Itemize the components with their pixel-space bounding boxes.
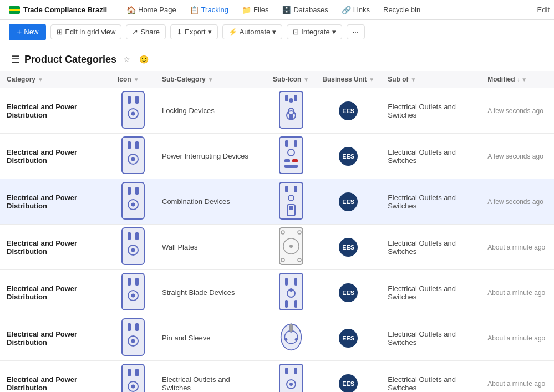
col-modified-label: Modified (487, 75, 515, 83)
edit-button[interactable]: Edit (537, 6, 550, 14)
col-subcategory[interactable]: Sub-Category ▼ (155, 71, 266, 88)
automate-label: Automate (240, 28, 271, 36)
svg-point-42 (289, 245, 293, 248)
subcategory-sort-icon: ▼ (208, 77, 214, 83)
subcategory-value: Combination Devices (162, 197, 230, 206)
modified-cell: About a minute ago (481, 270, 554, 315)
svg-rect-37 (135, 232, 139, 240)
svg-point-39 (131, 248, 135, 252)
sub-of-value: Electrical Outlets and Switches (388, 148, 456, 165)
sub-of-value: Electrical Outlets and Switches (388, 375, 456, 392)
new-button[interactable]: + New (9, 24, 46, 40)
svg-rect-22 (292, 159, 298, 162)
nav-home[interactable]: 🏠 Home Page (121, 3, 182, 17)
modified-sort-icon: ↓ ▼ (517, 77, 527, 83)
table-row[interactable]: Electrical and Power Distribution Combin… (0, 179, 554, 225)
category-sort-icon: ▼ (38, 77, 43, 83)
svg-rect-14 (135, 141, 139, 149)
col-sub-of[interactable]: Sub of ▼ (381, 71, 481, 88)
col-modified[interactable]: Modified ↓ ▼ (481, 71, 554, 88)
export-button[interactable]: ⬇ Export ▾ (170, 24, 218, 39)
table-row[interactable]: Electrical and Power Distribution Power … (0, 134, 554, 179)
col-icon-label: Icon (118, 75, 131, 83)
icon-sort-icon: ▼ (134, 77, 139, 83)
edit-grid-button[interactable]: ⊞ Edit in grid view (50, 24, 121, 39)
svg-rect-36 (128, 232, 131, 240)
sub-of-sort-icon: ▼ (410, 77, 416, 83)
ees-badge: EES (339, 283, 358, 302)
svg-rect-71 (128, 369, 131, 376)
svg-rect-56 (285, 300, 288, 308)
svg-point-28 (131, 203, 135, 207)
modified-value: About a minute ago (487, 380, 545, 388)
automate-button[interactable]: ⚡ Automate ▾ (222, 24, 283, 39)
emoji-button[interactable]: 🙂 (137, 54, 151, 65)
svg-rect-69 (289, 324, 293, 332)
subicon-cell (266, 134, 316, 179)
subicon-cell (266, 179, 316, 225)
nav-files[interactable]: 📁 Files (236, 3, 274, 17)
modified-cell: About a minute ago (481, 315, 554, 361)
svg-rect-30 (285, 186, 288, 192)
nav-tracking[interactable]: 📋 Tracking (184, 3, 234, 17)
share-button[interactable]: ↗ Share (126, 24, 166, 39)
category-value: Electrical and Power Distribution (7, 194, 77, 210)
favorite-button[interactable]: ☆ (121, 54, 133, 65)
svg-rect-59 (122, 319, 144, 355)
modified-value: A few seconds ago (487, 152, 543, 160)
subcategory-cell: Wall Plates (155, 225, 266, 270)
ees-badge: EES (339, 101, 358, 120)
app-title: Trade Compliance Brazil (23, 6, 107, 14)
data-table-container: Category ▼ Icon ▼ Sub-Category ▼ (0, 71, 554, 392)
sub-of-cell: Electrical Outlets and Switches (381, 88, 481, 134)
page-header: ☰ Product Categories ☆ 🙂 (0, 44, 554, 71)
svg-rect-72 (135, 369, 139, 376)
links-icon: 🔗 (342, 6, 351, 14)
col-business-unit[interactable]: Business Unit ▼ (316, 71, 381, 88)
nav-databases[interactable]: 🗄️ Databases (276, 3, 333, 17)
category-cell: Electrical and Power Distribution (0, 225, 111, 270)
col-subicon[interactable]: Sub-Icon ▼ (266, 71, 316, 88)
table-row[interactable]: Electrical and Power Distribution Pin an… (0, 315, 554, 361)
subcategory-cell: Pin and Sleeve (155, 315, 266, 361)
app-brand[interactable]: Trade Compliance Brazil (4, 6, 111, 14)
business-unit-cell: EES (316, 134, 381, 179)
sub-of-cell: Electrical Outlets and Switches (381, 361, 481, 393)
tracking-icon: 📋 (190, 6, 199, 14)
modified-cell: A few seconds ago (481, 88, 554, 134)
svg-rect-57 (294, 300, 297, 308)
integrate-button[interactable]: ⊡ Integrate ▾ (287, 24, 342, 39)
sub-of-value: Electrical Outlets and Switches (388, 330, 456, 347)
sub-of-cell: Electrical Outlets and Switches (381, 134, 481, 179)
table-row[interactable]: Electrical and Power Distribution Straig… (0, 270, 554, 315)
subcategory-value: Power Interrupting Devices (162, 152, 248, 160)
col-icon[interactable]: Icon ▼ (111, 71, 155, 88)
table-row[interactable]: Electrical and Power Distribution Lockin… (0, 88, 554, 134)
col-category[interactable]: Category ▼ (0, 71, 111, 88)
automate-icon: ⚡ (228, 28, 237, 36)
table-row[interactable]: Electrical and Power Distribution Electr… (0, 361, 554, 393)
ees-badge: EES (339, 238, 358, 257)
category-cell: Electrical and Power Distribution (0, 315, 111, 361)
icon-cell (111, 225, 155, 270)
databases-icon: 🗄️ (282, 6, 291, 14)
nav-files-label: Files (253, 6, 268, 14)
category-value: Electrical and Power Distribution (7, 284, 77, 301)
icon-cell (111, 270, 155, 315)
svg-rect-6 (285, 95, 288, 101)
nav-links[interactable]: 🔗 Links (336, 3, 375, 17)
share-label: Share (140, 28, 160, 36)
subicon-cell (266, 361, 316, 393)
category-cell: Electrical and Power Distribution (0, 134, 111, 179)
category-cell: Electrical and Power Distribution (0, 270, 111, 315)
svg-point-68 (294, 338, 297, 341)
svg-point-4 (131, 112, 135, 116)
sub-of-cell: Electrical Outlets and Switches (381, 315, 481, 361)
modified-cell: About a minute ago (481, 225, 554, 270)
modified-cell: A few seconds ago (481, 134, 554, 179)
table-row[interactable]: Electrical and Power Distribution Wall P… (0, 225, 554, 270)
export-label: Export (185, 28, 206, 36)
nav-recycle-bin[interactable]: Recycle bin (378, 3, 426, 16)
more-button[interactable]: ··· (347, 24, 365, 39)
category-cell: Electrical and Power Distribution (0, 361, 111, 393)
